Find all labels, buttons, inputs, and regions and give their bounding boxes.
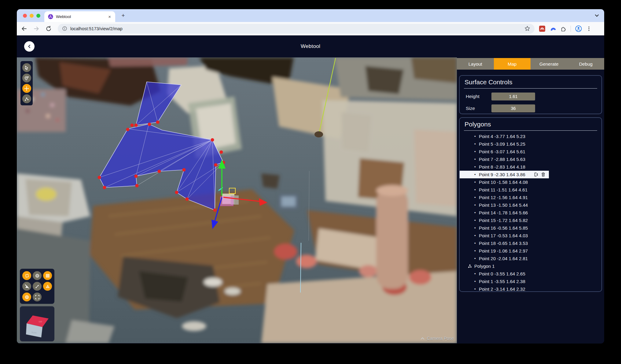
measure-tool-button[interactable] <box>33 282 42 291</box>
page-title: Webtool <box>301 43 320 49</box>
traffic-lights <box>23 14 40 18</box>
texture-toggle-button[interactable] <box>22 282 31 291</box>
red-extension-icon[interactable] <box>539 25 546 32</box>
cursor-icon <box>24 65 29 70</box>
url-text: localhost:5173/view/2/map <box>70 26 524 31</box>
point-row[interactable]: •Point 15 -1.72 1.64 5.82 <box>460 217 601 224</box>
point-row[interactable]: •Point 2 -3.14 1.64 2.32 <box>460 285 601 292</box>
point-row[interactable]: •Point 5 -3.09 1.64 5.25 <box>460 140 601 148</box>
arc-extension-icon[interactable] <box>549 25 557 32</box>
tab-close-icon[interactable]: × <box>108 14 112 19</box>
polygons-panel: Polygons •Point 4 -3.77 1.64 5.23•Point … <box>459 117 602 292</box>
polygons-title: Polygons <box>460 118 601 130</box>
zoom-window-button[interactable] <box>36 14 40 18</box>
mesh-icon <box>45 284 50 289</box>
surface-fields: HeightSize <box>460 93 601 112</box>
fullscreen-button[interactable] <box>33 293 42 301</box>
tab-search-chevron-icon[interactable] <box>594 13 600 19</box>
reload-icon[interactable] <box>46 26 52 32</box>
point-row[interactable]: •Point 4 -3.77 1.64 5.23 <box>460 133 601 140</box>
viewport-3d[interactable]: top front Camera Pose <box>17 57 457 343</box>
move-tool-button[interactable] <box>22 84 31 93</box>
point-row[interactable]: •Point 12 -1.56 1.64 4.91 <box>460 194 601 201</box>
point-row[interactable]: •Point 19 -1.06 1.64 2.97 <box>460 247 601 255</box>
globe-icon <box>24 295 29 300</box>
chevron-up-icon <box>421 337 424 340</box>
delete-point-icon[interactable] <box>541 172 546 177</box>
sidebar-tabs: LayoutMapGenerateDebug <box>457 58 604 70</box>
view-cube[interactable]: top front <box>20 306 54 341</box>
point-row[interactable]: •Point 9 -2.30 1.64 3.86 <box>460 171 549 178</box>
point-row[interactable]: •Point 0 -3.55 1.64 2.65 <box>460 270 601 278</box>
extensions-puzzle-icon[interactable] <box>560 26 567 32</box>
tab-title: Webtool <box>56 14 108 19</box>
tab-generate[interactable]: Generate <box>531 58 568 70</box>
point-row[interactable]: •Point 20 -2.04 1.64 2.81 <box>460 255 601 262</box>
camera-pose-label: Camera Pose <box>427 336 454 341</box>
move-icon <box>24 86 29 91</box>
grid-icon <box>45 273 50 278</box>
close-window-button[interactable] <box>23 14 27 18</box>
no-image-icon <box>24 284 29 289</box>
field-row: Size <box>466 104 601 112</box>
tab-map[interactable]: Map <box>494 58 531 70</box>
polygon-group-row[interactable]: Polygon 1 <box>460 262 601 270</box>
camera-pose-toggle[interactable]: Camera Pose <box>421 336 454 341</box>
point-row[interactable]: •Point 6 -3.07 1.64 5.61 <box>460 148 601 155</box>
browser-window: Webtool × + localhost:5173/view/2/map <box>17 9 604 344</box>
point-row[interactable]: •Point 7 -2.88 1.64 5.63 <box>460 155 601 163</box>
point-row[interactable]: •Point 1 -3.55 1.64 2.38 <box>460 278 601 285</box>
point-row[interactable]: •Point 10 -1.58 1.64 4.08 <box>460 178 601 186</box>
polygon-list: •Point 4 -3.77 1.64 5.23•Point 5 -3.09 1… <box>460 133 601 292</box>
point-row[interactable]: •Point 18 -0.65 1.64 3.53 <box>460 239 601 247</box>
panel-divider <box>464 130 597 131</box>
reorder-point-icon[interactable] <box>533 172 538 177</box>
point-row[interactable]: •Point 14 -1.78 1.64 5.66 <box>460 209 601 217</box>
surface-controls-panel: Surface Controls HeightSize <box>459 75 602 114</box>
measure-arrow-icon <box>35 284 40 289</box>
kebab-menu-icon[interactable] <box>586 26 592 31</box>
favicon-icon <box>48 14 53 19</box>
panel-divider <box>464 88 597 89</box>
point-row[interactable]: •Point 17 -0.53 1.64 4.03 <box>460 232 601 239</box>
mesh-toggle-button[interactable] <box>43 282 52 291</box>
point-row[interactable]: •Point 8 -2.83 1.64 4.18 <box>460 163 601 171</box>
globe-toggle-button[interactable] <box>22 293 31 301</box>
scene-3d-view[interactable] <box>17 57 457 343</box>
app-header: Webtool <box>17 35 604 57</box>
view-cube-panel: top front <box>20 306 54 341</box>
tab-debug[interactable]: Debug <box>568 58 604 70</box>
polygon-tool-button[interactable] <box>22 94 31 103</box>
add-pin-icon <box>24 76 29 81</box>
polyline-icon <box>24 96 29 101</box>
select-tool-button[interactable] <box>22 63 31 72</box>
forward-arrow-icon[interactable] <box>33 26 39 32</box>
sidebar: LayoutMapGenerateDebug Surface Controls … <box>457 57 604 343</box>
add-point-tool-button[interactable] <box>22 74 31 82</box>
back-arrow-icon[interactable] <box>21 26 27 32</box>
chevron-left-icon <box>27 44 31 49</box>
wireframe-toggle-button[interactable] <box>33 271 42 280</box>
bookmark-star-icon[interactable] <box>524 26 530 31</box>
toolbar-separator <box>571 26 571 32</box>
tab-layout[interactable]: Layout <box>457 58 494 70</box>
site-info-icon[interactable] <box>62 26 67 31</box>
minimize-window-button[interactable] <box>30 14 34 18</box>
point-row[interactable]: •Point 13 -1.50 1.64 5.44 <box>460 201 601 209</box>
height-input[interactable] <box>491 93 535 100</box>
browser-toolbar: localhost:5173/view/2/map <box>17 22 604 35</box>
new-tab-button[interactable]: + <box>119 12 127 19</box>
cube-top-label: top <box>39 320 42 323</box>
grid-toggle-button[interactable] <box>43 271 52 280</box>
profile-icon[interactable] <box>575 25 582 32</box>
browser-tab[interactable]: Webtool × <box>44 11 115 22</box>
address-bar[interactable]: localhost:5173/view/2/map <box>58 24 535 34</box>
point-row[interactable]: •Point 16 -0.56 1.64 5.85 <box>460 224 601 232</box>
plane-toggle-button[interactable] <box>22 271 31 280</box>
point-actions <box>533 172 546 177</box>
browser-tabstrip: Webtool × + <box>17 9 604 22</box>
point-row[interactable]: •Point 11 -1.51 1.64 4.61 <box>460 186 601 194</box>
size-input[interactable] <box>491 104 535 112</box>
field-label: Height <box>466 94 491 99</box>
back-button[interactable] <box>24 41 35 52</box>
